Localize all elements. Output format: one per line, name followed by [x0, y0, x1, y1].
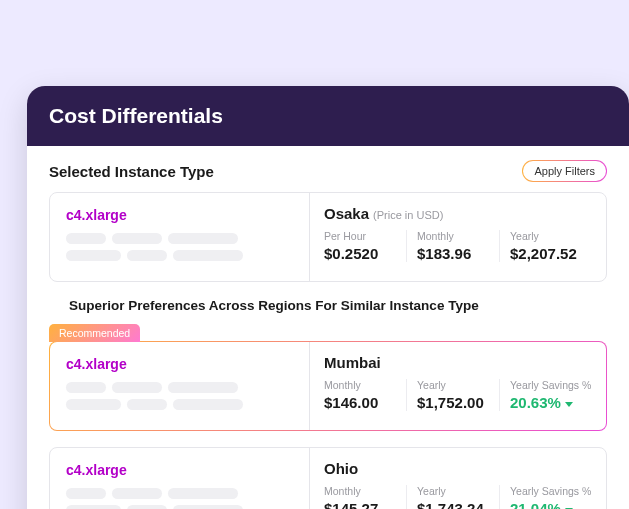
- metric-value: $145.27: [324, 500, 406, 509]
- alternatives-header: Superior Preferences Across Regions For …: [69, 298, 607, 313]
- metric-label: Yearly Savings %: [510, 485, 592, 497]
- metric-value: $0.2520: [324, 245, 406, 262]
- section-title: Selected Instance Type: [49, 163, 214, 180]
- instance-type: c4.xlarge: [66, 356, 293, 372]
- metric-savings: Yearly Savings % 21.04%: [499, 485, 592, 509]
- apply-filters-button[interactable]: Apply Filters: [522, 160, 607, 182]
- instance-type: c4.xlarge: [66, 207, 293, 223]
- panel-header: Cost Differentials: [27, 86, 629, 146]
- card-right: Ohio Monthly $145.27 Yearly $1,743.24 Ye…: [310, 448, 606, 509]
- region-name: Mumbai: [324, 354, 592, 371]
- metric-label: Per Hour: [324, 230, 406, 242]
- metric-monthly: Monthly $183.96: [406, 230, 499, 262]
- page-title: Cost Differentials: [49, 104, 607, 128]
- skeleton-row: [66, 250, 293, 261]
- region-name: Osaka(Price in USD): [324, 205, 592, 222]
- metric-per-hour: Per Hour $0.2520: [324, 230, 406, 262]
- region-name: Ohio: [324, 460, 592, 477]
- metric-label: Yearly: [417, 379, 499, 391]
- card-right: Mumbai Monthly $146.00 Yearly $1,752.00 …: [310, 342, 606, 430]
- metric-label: Monthly: [324, 485, 406, 497]
- panel-content: Selected Instance Type Apply Filters c4.…: [27, 146, 629, 509]
- instance-type: c4.xlarge: [66, 462, 293, 478]
- metric-value: $1,743.24: [417, 500, 499, 509]
- metric-yearly: Yearly $2,207.52: [499, 230, 592, 262]
- card-left: c4.xlarge: [50, 448, 310, 509]
- skeleton-row: [66, 488, 293, 499]
- metric-label: Yearly: [417, 485, 499, 497]
- card-left: c4.xlarge: [50, 193, 310, 281]
- alternative-card[interactable]: c4.xlarge Ohio Monthly $145.27 Yearly: [49, 447, 607, 509]
- metric-yearly: Yearly $1,743.24: [406, 485, 499, 509]
- metric-value: 20.63%: [510, 394, 592, 411]
- caret-down-icon: [565, 402, 573, 407]
- selected-instance-card: c4.xlarge Osaka(Price in USD) Per Hour $…: [49, 192, 607, 282]
- skeleton-row: [66, 399, 293, 410]
- metric-label: Monthly: [324, 379, 406, 391]
- card-right: Osaka(Price in USD) Per Hour $0.2520 Mon…: [310, 193, 606, 281]
- metric-value: $146.00: [324, 394, 406, 411]
- card-left: c4.xlarge: [50, 342, 310, 430]
- metric-monthly: Monthly $146.00: [324, 379, 406, 411]
- metric-value: $1,752.00: [417, 394, 499, 411]
- skeleton-row: [66, 382, 293, 393]
- region-text: Osaka: [324, 205, 369, 222]
- cost-differentials-panel: Cost Differentials Selected Instance Typ…: [27, 86, 629, 509]
- metric-monthly: Monthly $145.27: [324, 485, 406, 509]
- metric-savings: Yearly Savings % 20.63%: [499, 379, 592, 411]
- price-note: (Price in USD): [373, 209, 443, 221]
- metric-yearly: Yearly $1,752.00: [406, 379, 499, 411]
- metric-label: Monthly: [417, 230, 499, 242]
- metric-label: Yearly: [510, 230, 592, 242]
- metric-label: Yearly Savings %: [510, 379, 592, 391]
- skeleton-row: [66, 505, 293, 509]
- skeleton-row: [66, 233, 293, 244]
- metric-value: $183.96: [417, 245, 499, 262]
- alternative-card-recommended[interactable]: Recommended c4.xlarge Mumbai Monthly $14…: [49, 341, 607, 431]
- recommended-badge: Recommended: [49, 324, 140, 342]
- metric-value: $2,207.52: [510, 245, 592, 262]
- metric-value: 21.04%: [510, 500, 592, 509]
